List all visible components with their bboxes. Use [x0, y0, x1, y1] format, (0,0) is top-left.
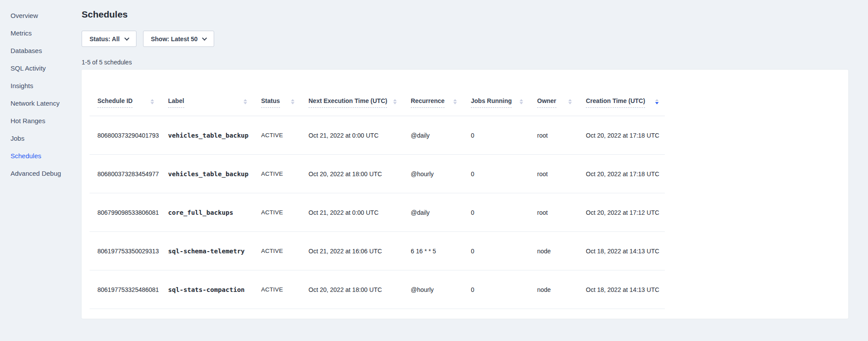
show-filter-dropdown[interactable]: Show: Latest 50: [143, 31, 215, 47]
sidebar-item-network-latency[interactable]: Network Latency: [11, 99, 82, 107]
sidebar-item-label: Metrics: [11, 29, 32, 37]
chevron-down-icon: [124, 36, 129, 40]
sort-up-icon: [520, 99, 523, 101]
cell-creation-time: Oct 18, 2022 at 14:13 UTC: [578, 286, 665, 293]
cell-next-execution-time: Oct 20, 2022 at 18:00 UTC: [301, 170, 403, 178]
sort-down-icon: [151, 102, 154, 104]
cell-recurrence: @daily: [403, 209, 463, 216]
cell-label: vehicles_table_backup: [160, 170, 253, 178]
cell-next-execution-time: Oct 20, 2022 at 18:00 UTC: [301, 286, 403, 293]
page-title: Schedules: [82, 0, 848, 20]
cell-owner: node: [529, 286, 578, 293]
sidebar-item-advanced-debug[interactable]: Advanced Debug: [11, 170, 82, 178]
cell-jobs-running: 0: [463, 132, 529, 139]
column-header-label[interactable]: Label: [160, 97, 253, 116]
column-header-jobs-running[interactable]: Jobs Running: [463, 97, 529, 116]
schedules-table: Schedule ID Label Status Next Execution …: [90, 70, 665, 309]
sort-arrows-icon: [515, 99, 523, 108]
cell-owner: root: [529, 132, 578, 139]
sort-up-icon: [244, 99, 247, 101]
column-header-schedule-id[interactable]: Schedule ID: [90, 97, 160, 116]
sidebar-item-hot-ranges[interactable]: Hot Ranges: [11, 117, 82, 125]
sidebar-item-overview[interactable]: Overview: [11, 12, 82, 20]
column-header-label: Creation Time (UTC): [586, 97, 645, 108]
cell-label: sql-stats-compaction: [160, 286, 253, 293]
sidebar-item-schedules[interactable]: Schedules: [11, 152, 82, 160]
cell-label: vehicles_table_backup: [160, 132, 253, 139]
column-header-label: Schedule ID: [97, 97, 133, 108]
column-header-label: Owner: [537, 97, 556, 108]
sort-down-icon: [568, 102, 572, 104]
sidebar-item-label: Databases: [11, 47, 42, 54]
cell-schedule-id: 806800373283454977: [90, 170, 160, 178]
column-header-next-execution-time-utc[interactable]: Next Execution Time (UTC): [301, 97, 403, 116]
sort-arrows-icon: [449, 99, 457, 108]
sidebar-item-sql-activity[interactable]: SQL Activity: [11, 64, 82, 72]
table-row[interactable]: 806800373283454977 vehicles_table_backup…: [90, 155, 665, 193]
column-header-recurrence[interactable]: Recurrence: [403, 97, 463, 116]
show-filter-label: Show: Latest 50: [151, 36, 198, 43]
sidebar-nav: Overview Metrics Databases SQL Activity …: [0, 0, 82, 341]
sidebar-item-insights[interactable]: Insights: [11, 82, 82, 90]
cell-next-execution-time: Oct 21, 2022 at 0:00 UTC: [301, 209, 403, 216]
main-content: Schedules Status: All Show: Latest 50 1-…: [82, 0, 868, 319]
sort-arrows-icon: [389, 99, 397, 108]
cell-jobs-running: 0: [463, 248, 529, 255]
sort-arrows-icon: [287, 99, 294, 108]
table-row[interactable]: 806800373290401793 vehicles_table_backup…: [90, 116, 665, 155]
sidebar-item-jobs[interactable]: Jobs: [11, 135, 82, 142]
sort-down-icon: [291, 102, 294, 104]
cell-creation-time: Oct 20, 2022 at 17:18 UTC: [578, 170, 665, 178]
cell-schedule-id: 806799098533806081: [90, 209, 160, 216]
sort-arrows-icon: [651, 99, 659, 108]
column-header-label: Jobs Running: [471, 97, 512, 108]
cell-creation-time: Oct 20, 2022 at 17:18 UTC: [578, 132, 665, 139]
cell-creation-time: Oct 20, 2022 at 17:12 UTC: [578, 209, 665, 216]
cell-jobs-running: 0: [463, 286, 529, 293]
column-header-label: Recurrence: [411, 97, 445, 108]
column-header-status[interactable]: Status: [253, 97, 301, 116]
table-row[interactable]: 806197753325486081 sql-stats-compaction …: [90, 270, 665, 309]
sort-up-icon: [393, 99, 397, 101]
cell-schedule-id: 806197753350029313: [90, 248, 160, 255]
sort-down-icon: [393, 102, 397, 104]
sidebar-item-databases[interactable]: Databases: [11, 47, 82, 55]
sidebar-item-metrics[interactable]: Metrics: [11, 29, 82, 37]
cell-recurrence: @daily: [403, 132, 463, 139]
sidebar-item-label: Jobs: [11, 135, 25, 142]
sidebar-item-label: Advanced Debug: [11, 170, 61, 177]
column-header-label: Label: [168, 97, 184, 108]
cell-recurrence: @hourly: [403, 286, 463, 293]
chevron-down-icon: [202, 36, 207, 40]
cell-status: ACTIVE: [253, 209, 301, 216]
sort-down-icon: [520, 102, 523, 104]
table-row[interactable]: 806197753350029313 sql-schema-telemetry …: [90, 232, 665, 270]
sidebar-item-label: Network Latency: [11, 99, 60, 107]
cell-schedule-id: 806800373290401793: [90, 132, 160, 139]
table-row[interactable]: 806799098533806081 core_full_backups ACT…: [90, 193, 665, 232]
cell-next-execution-time: Oct 21, 2022 at 0:00 UTC: [301, 132, 403, 139]
column-header-creation-time-utc[interactable]: Creation Time (UTC): [578, 97, 665, 116]
schedules-panel: Schedule ID Label Status Next Execution …: [82, 70, 848, 319]
cell-owner: node: [529, 248, 578, 255]
column-header-owner[interactable]: Owner: [529, 97, 578, 116]
column-header-label: Next Execution Time (UTC): [308, 97, 387, 108]
cell-recurrence: @hourly: [403, 170, 463, 178]
sidebar-item-label: SQL Activity: [11, 64, 46, 72]
sort-up-icon: [291, 99, 294, 101]
status-filter-dropdown[interactable]: Status: All: [82, 31, 136, 47]
cell-creation-time: Oct 18, 2022 at 14:13 UTC: [578, 248, 665, 255]
sort-down-icon: [244, 102, 247, 104]
table-header-row: Schedule ID Label Status Next Execution …: [90, 70, 665, 116]
cell-owner: root: [529, 209, 578, 216]
cell-status: ACTIVE: [253, 132, 301, 139]
cell-owner: root: [529, 170, 578, 178]
sidebar-item-label: Hot Ranges: [11, 117, 45, 124]
cell-label: core_full_backups: [160, 209, 253, 216]
sort-up-icon: [453, 99, 457, 101]
sidebar-item-label: Insights: [11, 82, 33, 89]
sort-arrows-icon: [564, 99, 572, 108]
cell-status: ACTIVE: [253, 248, 301, 254]
sort-arrows-icon: [146, 99, 154, 108]
sort-down-icon: [453, 102, 457, 104]
